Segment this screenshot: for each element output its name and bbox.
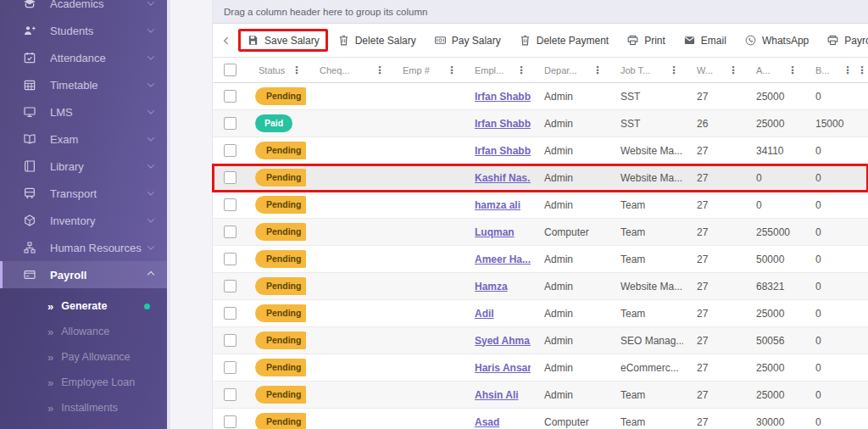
table-row[interactable]: Pending Hamza Admin Website Ma... 27 683… xyxy=(213,273,868,300)
row-checkbox[interactable] xyxy=(224,253,236,265)
column-header[interactable]: W... ⋮ xyxy=(683,58,743,82)
sidebar-scrollbar[interactable] xyxy=(167,0,170,429)
box-icon xyxy=(23,214,36,227)
sidebar-item[interactable]: Timetable xyxy=(0,71,167,98)
employee-link[interactable]: Adil xyxy=(475,308,494,320)
table-row[interactable]: Pending Ameer Ha... Admin Team 27 50000 … xyxy=(213,246,868,273)
submenu-item[interactable]: Employee Loan xyxy=(0,370,167,395)
employee-link[interactable]: Irfan Shabbir xyxy=(475,118,531,130)
toolbar-button[interactable]: Delete Payment xyxy=(510,29,617,52)
toolbar-button[interactable]: WhatsApp xyxy=(736,29,817,52)
submenu-item[interactable]: Installments xyxy=(0,395,167,421)
employee-link[interactable]: Ameer Ha... xyxy=(475,254,531,265)
bonus-cell: 15000 xyxy=(802,110,857,136)
column-menu-icon[interactable]: ⋮ xyxy=(593,65,607,75)
employee-link[interactable]: Kashif Nas... xyxy=(475,172,531,184)
cheque-cell xyxy=(306,164,389,191)
employee-link[interactable]: hamza ali xyxy=(475,199,520,211)
toolbar-button[interactable]: Save Salary xyxy=(238,29,328,52)
row-checkbox[interactable] xyxy=(224,334,236,347)
employee-link[interactable]: Hamza xyxy=(475,281,508,292)
sidebar-item[interactable]: Exam xyxy=(0,125,167,153)
sidebar-item[interactable]: Inventory xyxy=(0,207,167,234)
table-row[interactable]: Pending Ahsin Ali Admin Team 27 25000 0 xyxy=(213,382,868,409)
column-header[interactable]: Cheq... ⋮ xyxy=(306,58,389,82)
cheque-cell xyxy=(306,83,389,109)
table-row[interactable]: Pending Luqman Computer Team 27 255000 0 xyxy=(213,219,868,246)
column-header[interactable]: Job T... ⋮ xyxy=(607,58,683,82)
column-menu-icon[interactable]: ⋮ xyxy=(787,65,802,75)
sidebar-item[interactable]: Students xyxy=(0,17,167,44)
toolbar-button-label: Pay Salary xyxy=(452,35,501,47)
row-checkbox[interactable] xyxy=(224,171,236,184)
sidebar-item[interactable]: Library xyxy=(0,153,167,180)
table-row[interactable]: Pending Adil Admin Team 27 25000 0 xyxy=(213,300,868,327)
cheque-cell xyxy=(306,300,389,326)
table-row[interactable]: Pending hamza ali Admin Team 27 0 0 xyxy=(213,192,868,219)
sidebar-item[interactable]: Transport xyxy=(0,180,167,207)
job-title-cell: Website Ma... xyxy=(607,164,683,191)
amount-cell: 68321 xyxy=(743,273,802,299)
employee-link[interactable]: Luqman xyxy=(475,226,515,238)
sidebar-item[interactable]: Academics xyxy=(0,0,167,17)
row-checkbox[interactable] xyxy=(224,361,236,374)
column-menu-icon[interactable]: ⋮ xyxy=(375,65,389,75)
row-checkbox[interactable] xyxy=(224,307,236,320)
submenu-item[interactable]: Pay Allowance xyxy=(0,344,167,370)
row-checkbox[interactable] xyxy=(224,388,236,401)
trash-icon xyxy=(337,34,350,47)
submenu-item[interactable]: Generate xyxy=(0,293,167,319)
sidebar-item[interactable]: Attendance xyxy=(0,44,167,71)
column-menu-icon[interactable]: ⋮ xyxy=(857,65,868,75)
column-header[interactable]: Emp # ⋮ xyxy=(389,58,461,82)
employee-link[interactable]: Irfan Shabbir xyxy=(475,145,531,157)
group-panel[interactable]: Drag a column header here to group its c… xyxy=(213,0,868,24)
column-header[interactable]: Depar... ⋮ xyxy=(531,58,607,82)
row-checkbox[interactable] xyxy=(224,198,236,211)
row-checkbox[interactable] xyxy=(224,226,236,238)
cheque-cell xyxy=(306,354,389,381)
toolbar-button[interactable]: Print xyxy=(618,29,674,52)
sidebar-item[interactable]: LMS xyxy=(0,98,167,125)
submenu-item[interactable]: Allowance xyxy=(0,319,167,344)
column-menu-icon[interactable]: ⋮ xyxy=(292,65,306,75)
table-row[interactable]: Pending Irfan Shabbir Admin SST 27 25000… xyxy=(213,83,868,110)
table-row[interactable]: Pending Asad Computer Team 27 30000 0 xyxy=(213,409,868,429)
department-cell: Admin xyxy=(531,327,607,354)
table-row[interactable]: Pending Kashif Nas... Admin Website Ma..… xyxy=(213,164,868,192)
table-row[interactable]: Pending Syed Ahma... Admin SEO Manag... … xyxy=(213,327,868,354)
column-menu-icon[interactable]: ⋮ xyxy=(516,65,531,75)
column-menu-icon[interactable]: ⋮ xyxy=(669,65,683,75)
row-checkbox[interactable] xyxy=(224,280,236,292)
employee-link[interactable]: Irfan Shabbir xyxy=(475,91,531,103)
row-checkbox[interactable] xyxy=(224,90,236,103)
table-row[interactable]: Pending Irfan Shabbir Admin Website Ma..… xyxy=(213,137,868,164)
table-row[interactable]: Pending Haris Ansari Admin eCommerc... 2… xyxy=(213,354,868,382)
toolbar-button[interactable]: Delete Salary xyxy=(329,29,425,52)
column-header[interactable]: B... ⋮ xyxy=(802,58,857,82)
column-header[interactable]: A... ⋮ xyxy=(743,58,802,82)
toolbar-button[interactable]: Pay Salary xyxy=(426,29,509,52)
row-checkbox[interactable] xyxy=(224,415,236,428)
collapse-panel-button[interactable] xyxy=(218,32,235,49)
column-menu-icon[interactable]: ⋮ xyxy=(728,65,743,75)
column-header[interactable]: Empl... ⋮ xyxy=(461,58,531,82)
row-checkbox[interactable] xyxy=(224,144,236,157)
column-header[interactable]: Status ⋮ xyxy=(247,58,306,82)
column-menu-icon[interactable]: ⋮ xyxy=(843,65,857,75)
select-all-checkbox[interactable] xyxy=(224,64,236,76)
chevron-down-icon xyxy=(147,161,154,168)
book-icon xyxy=(23,159,36,173)
sidebar-item[interactable]: Payroll xyxy=(0,261,167,288)
employee-link[interactable]: Syed Ahma... xyxy=(475,335,531,347)
employee-link[interactable]: Asad xyxy=(475,416,499,428)
toolbar-button[interactable]: Payroll Report xyxy=(818,29,868,52)
sidebar-item[interactable]: Human Resources xyxy=(0,234,167,261)
column-menu-icon[interactable]: ⋮ xyxy=(447,65,461,75)
toolbar-button[interactable]: Email xyxy=(675,29,735,52)
employee-link[interactable]: Haris Ansari xyxy=(475,362,531,374)
bonus-cell: 0 xyxy=(802,137,857,164)
row-checkbox[interactable] xyxy=(224,117,236,130)
employee-link[interactable]: Ahsin Ali xyxy=(475,389,519,401)
table-row[interactable]: Paid Irfan Shabbir Admin SST 26 25000 15… xyxy=(213,110,868,137)
